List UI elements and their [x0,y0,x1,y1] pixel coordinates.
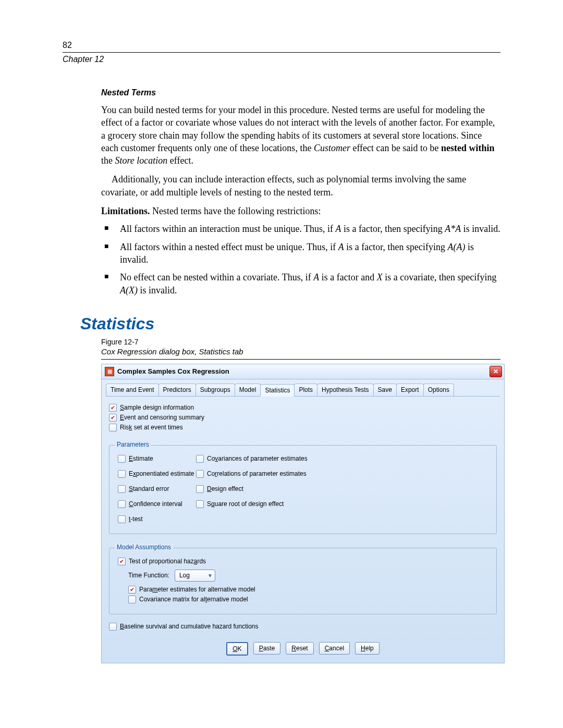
statistics-heading: Statistics [80,314,500,334]
dialog-button-row: OKPasteResetCancelHelp [109,642,497,656]
tab-export[interactable]: Export [396,384,424,396]
tab-subgroups[interactable]: Subgroups [195,384,235,396]
param-right-1: Correlations of parameter estimates [196,470,332,478]
top-check-1-checkbox[interactable] [109,414,117,422]
tab-model[interactable]: Model [235,384,261,396]
time-function-value: Log [179,572,190,579]
param-left-3-checkbox[interactable] [118,500,126,508]
param-left-2: Standard error [118,485,196,493]
ma-param-est: Parameter estimates for alternative mode… [128,586,488,594]
figure-rule [101,359,500,360]
ma-cov-matrix: Covariance matrix for alternative model [128,596,488,603]
baseline: Baseline survival and cumulative hazard … [109,623,497,631]
limitation-1: All factors within an interaction must b… [101,223,500,235]
param-left-2-checkbox[interactable] [118,485,126,493]
model-assumptions-title: Model Assumptions [115,544,173,551]
time-function-combo[interactable]: Log▼ [175,570,215,582]
tab-hypothesis-tests[interactable]: Hypothesis Tests [317,384,374,396]
figure-caption: Cox Regression dialog box, Statistics ta… [101,347,500,356]
top-check-1: Event and censoring summary [109,414,497,422]
param-left-3-label: Confidence interval [129,500,182,508]
tab-statistics[interactable]: Statistics [260,384,295,397]
tab-options[interactable]: Options [423,384,454,396]
ma-param-est-checkbox[interactable] [128,586,136,594]
top-check-0-checkbox[interactable] [109,404,117,412]
time-function-label: Time Function: [128,572,169,579]
top-check-0-label: Sample design information [120,404,194,411]
param-left-2-label: Standard error [129,485,169,492]
param-right-0: Covariances of parameter estimates [196,455,332,463]
tab-predictors[interactable]: Predictors [158,384,196,396]
param-right-3: Square root of design effect [196,500,332,508]
ma-cov-matrix-checkbox[interactable] [128,596,136,603]
ma-test: Test of proportional hazards [118,558,488,565]
ma-test-checkbox[interactable] [118,558,126,565]
top-check-1-label: Event and censoring summary [120,414,204,421]
model-assumptions-group: Model Assumptions Test of proportional h… [109,548,497,614]
paste-button[interactable]: Paste [253,642,281,655]
param-left-1: Exponentiated estimate [118,470,196,478]
nested-terms-heading: Nested Terms [101,88,500,97]
top-check-2-label: Risk set at event times [120,424,183,431]
param-left-0: Estimate [118,455,196,463]
tab-time-and-event[interactable]: Time and Event [106,384,159,396]
param-right-2-checkbox[interactable] [196,485,204,493]
page-rule [63,52,500,53]
chapter-label: Chapter 12 [63,55,500,64]
dialog-title: Complex Samples Cox Regression [117,367,489,375]
param-right-2-label: Design effect [207,485,243,492]
ok-button[interactable]: OK [226,642,248,656]
param-right-1-label: Correlations of parameter estimates [207,470,307,477]
tab-save[interactable]: Save [373,384,397,396]
top-check-2: Risk set at event times [109,424,497,431]
reset-button[interactable]: Reset [286,642,313,655]
dialog-body: Sample design informationEvent and censo… [102,397,504,663]
param-left-4-label: t-test [129,515,143,523]
baseline-checkbox[interactable] [109,623,117,631]
param-right-0-label: Covariances of parameter estimates [207,455,308,462]
parameters-group-title: Parameters [115,441,151,448]
app-icon: ▦ [105,367,114,376]
nested-terms-p2: Additionally, you can include interactio… [101,173,495,199]
cancel-button[interactable]: Cancel [319,642,350,655]
chevron-down-icon: ▼ [207,573,213,578]
tab-bar: Time and EventPredictorsSubgroupsModelSt… [106,384,500,397]
limitation-3: No effect can be nested within a covaria… [101,271,500,297]
param-right-1-checkbox[interactable] [196,470,204,478]
nested-terms-p1: You can build nested terms for your mode… [101,104,495,167]
ma-test-label: Test of proportional hazards [129,558,206,565]
ma-param-est-label: Parameter estimates for alternative mode… [139,586,255,593]
param-right-2: Design effect [196,485,332,493]
param-left-0-checkbox[interactable] [118,455,126,463]
page-number: 82 [63,41,500,50]
figure-label: Figure 12-7 [101,338,500,346]
param-left-1-label: Exponentiated estimate [129,470,194,477]
param-right-3-label: Square root of design effect [207,500,284,508]
param-left-1-checkbox[interactable] [118,470,126,478]
param-left-3: Confidence interval [118,500,196,508]
tab-plots[interactable]: Plots [294,384,317,396]
limitations-list: All factors within an interaction must b… [101,223,500,296]
cox-regression-dialog: ▦ Complex Samples Cox Regression ✕ Time … [101,364,505,663]
top-check-0: Sample design information [109,404,497,412]
limitation-2: All factors within a nested effect must … [101,241,500,266]
param-right-0-checkbox[interactable] [196,455,204,463]
param-left-0-label: Estimate [129,455,153,462]
baseline-label: Baseline survival and cumulative hazard … [120,623,259,630]
top-check-2-checkbox[interactable] [109,424,117,431]
help-button[interactable]: Help [355,642,380,655]
parameters-group: Parameters EstimateCovariances of parame… [109,445,497,534]
limitations: Limitations. Nested terms have the follo… [101,205,495,217]
close-icon[interactable]: ✕ [489,366,502,377]
param-left-4-checkbox[interactable] [118,515,126,523]
ma-cov-matrix-label: Covariance matrix for alternative model [139,596,248,603]
param-left-4: t-test [118,515,196,523]
param-right-3-checkbox[interactable] [196,500,204,508]
dialog-titlebar: ▦ Complex Samples Cox Regression ✕ [102,364,504,379]
